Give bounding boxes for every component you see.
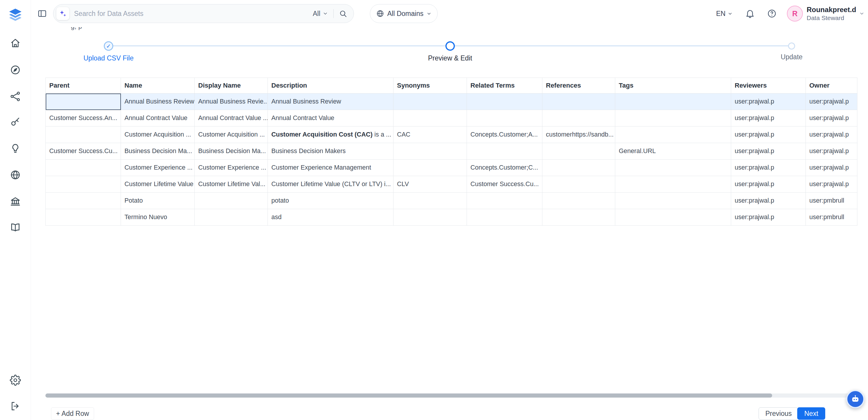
table-cell[interactable]	[467, 93, 542, 110]
table-cell[interactable]	[467, 110, 542, 126]
chatbot-button[interactable]	[846, 390, 864, 408]
table-cell[interactable]: Termino Nuevo	[121, 209, 195, 226]
next-button[interactable]: Next	[797, 407, 825, 420]
sidebar-item-network[interactable]	[7, 88, 24, 105]
column-header-synonyms[interactable]: Synonyms	[394, 78, 467, 93]
table-cell[interactable]	[542, 159, 615, 176]
table-cell[interactable]: Annual Business Review	[121, 93, 195, 110]
table-cell[interactable]	[46, 159, 121, 176]
step-upload-label[interactable]: Upload CSV File	[84, 54, 134, 62]
previous-button[interactable]: Previous	[758, 407, 798, 420]
table-cell[interactable]	[394, 192, 467, 209]
column-header-reviewers[interactable]: Reviewers	[731, 78, 806, 93]
table-cell[interactable]	[542, 143, 615, 159]
table-cell[interactable]: Customer Experience Management	[268, 159, 394, 176]
search-scope-dropdown[interactable]: All	[313, 10, 328, 18]
table-cell[interactable]: CAC	[394, 126, 467, 143]
column-header-references[interactable]: References	[542, 78, 615, 93]
sidebar-item-domains[interactable]	[7, 167, 24, 183]
table-cell[interactable]: Customer Lifetime Value	[121, 176, 195, 192]
table-cell[interactable]: Concepts.Customer;C...	[467, 159, 542, 176]
table-cell[interactable]: customerhttps://sandb...	[542, 126, 615, 143]
table-cell[interactable]: user:prajwal.p	[731, 126, 806, 143]
table-cell[interactable]: user:prajwal.p	[731, 176, 806, 192]
table-cell[interactable]: Customer Success.An...	[46, 110, 121, 126]
column-header-description[interactable]: Description	[268, 78, 394, 93]
ai-search-button[interactable]	[56, 7, 69, 20]
sidebar-item-home[interactable]	[7, 35, 24, 51]
table-cell[interactable]	[394, 110, 467, 126]
table-cell[interactable]: user:prajwal.p	[806, 143, 857, 159]
table-cell[interactable]	[615, 93, 731, 110]
table-cell[interactable]	[467, 192, 542, 209]
table-cell[interactable]: user:prajwal.p	[731, 209, 806, 226]
table-cell[interactable]	[394, 143, 467, 159]
table-cell[interactable]	[46, 93, 121, 110]
search-input[interactable]	[74, 10, 313, 18]
table-cell[interactable]: Customer Lifetime Value (CLTV or LTV) i.…	[268, 176, 394, 192]
table-cell[interactable]: Customer Acquisition ...	[121, 126, 195, 143]
column-header-tags[interactable]: Tags	[615, 78, 731, 93]
table-cell[interactable]: user:prajwal.p	[731, 93, 806, 110]
table-cell[interactable]	[46, 209, 121, 226]
table-cell[interactable]	[542, 192, 615, 209]
column-header-related-terms[interactable]: Related Terms	[467, 78, 542, 93]
column-header-owner[interactable]: Owner	[806, 78, 857, 93]
table-cell[interactable]: user:prajwal.p	[731, 110, 806, 126]
table-cell[interactable]: Business Decision Makers	[268, 143, 394, 159]
table-cell[interactable]: Annual Business Revie...	[195, 93, 268, 110]
user-menu-chevron[interactable]	[859, 11, 864, 16]
table-cell[interactable]	[615, 126, 731, 143]
table-cell[interactable]	[615, 176, 731, 192]
add-row-button[interactable]: + Add Row	[51, 407, 94, 420]
table-cell[interactable]: user:prajwal.p	[731, 159, 806, 176]
table-cell[interactable]	[46, 176, 121, 192]
table-cell[interactable]: Potato	[121, 192, 195, 209]
table-cell[interactable]: Annual Contract Value	[268, 110, 394, 126]
table-cell[interactable]	[394, 209, 467, 226]
table-cell[interactable]: user:prajwal.p	[806, 110, 857, 126]
table-cell[interactable]	[195, 192, 268, 209]
table-cell[interactable]: user:pmbrull	[806, 209, 857, 226]
table-cell[interactable]	[615, 209, 731, 226]
table-cell[interactable]: user:prajwal.p	[731, 192, 806, 209]
table-cell[interactable]: Customer Acquisition Cost (CAC) is a ...	[268, 126, 394, 143]
table-cell[interactable]	[542, 176, 615, 192]
horizontal-scrollbar-track[interactable]	[45, 393, 857, 398]
table-cell[interactable]	[615, 110, 731, 126]
table-cell[interactable]: user:prajwal.p	[806, 126, 857, 143]
table-cell[interactable]: Customer Acquisition ...	[195, 126, 268, 143]
table-cell[interactable]	[46, 126, 121, 143]
table-cell[interactable]: Customer Success.Cu...	[46, 143, 121, 159]
table-cell[interactable]	[467, 209, 542, 226]
sidebar-toggle-button[interactable]	[37, 8, 47, 19]
column-header-name[interactable]: Name	[121, 78, 195, 93]
column-header-display-name[interactable]: Display Name	[195, 78, 268, 93]
table-cell[interactable]	[542, 93, 615, 110]
table-cell[interactable]	[394, 159, 467, 176]
table-cell[interactable]: Annual Contract Value ...	[195, 110, 268, 126]
avatar[interactable]: R	[787, 6, 803, 22]
table-cell[interactable]: Customer Success.Cu...	[467, 176, 542, 192]
table-cell[interactable]: user:prajwal.p	[806, 176, 857, 192]
app-logo[interactable]	[7, 6, 24, 23]
horizontal-scrollbar-thumb[interactable]	[45, 393, 772, 398]
table-cell[interactable]: Concepts.Customer;A...	[467, 126, 542, 143]
table-cell[interactable]: user:pmbrull	[806, 192, 857, 209]
table-cell[interactable]: Annual Contract Value	[121, 110, 195, 126]
search-submit-button[interactable]	[339, 9, 347, 18]
table-cell[interactable]	[467, 143, 542, 159]
table-cell[interactable]: Customer Experience ...	[195, 159, 268, 176]
help-button[interactable]	[767, 8, 777, 19]
sidebar-item-settings[interactable]	[7, 372, 24, 388]
table-cell[interactable]	[542, 209, 615, 226]
table-cell[interactable]: CLV	[394, 176, 467, 192]
table-cell[interactable]	[615, 192, 731, 209]
table-cell[interactable]: Business Decision Ma...	[121, 143, 195, 159]
table-cell[interactable]: user:prajwal.p	[806, 159, 857, 176]
table-cell[interactable]: Customer Lifetime Val...	[195, 176, 268, 192]
table-cell[interactable]	[195, 209, 268, 226]
table-cell[interactable]	[394, 93, 467, 110]
sidebar-item-logout[interactable]	[7, 398, 24, 414]
table-cell[interactable]	[615, 159, 731, 176]
